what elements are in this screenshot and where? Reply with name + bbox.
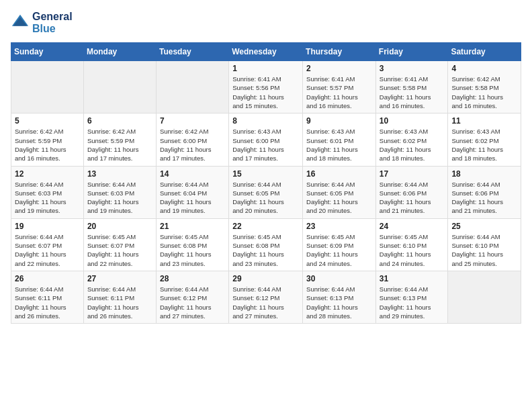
day-number: 27 (87, 274, 152, 283)
day-info: Sunrise: 6:43 AM Sunset: 6:02 PM Dayligh… (380, 127, 445, 163)
day-info: Sunrise: 6:44 AM Sunset: 6:10 PM Dayligh… (451, 232, 517, 268)
calendar-cell: 19Sunrise: 6:44 AM Sunset: 6:07 PM Dayli… (11, 218, 84, 271)
calendar-week-2: 5Sunrise: 6:42 AM Sunset: 5:59 PM Daylig… (11, 113, 521, 166)
day-number: 11 (451, 116, 517, 126)
calendar-cell: 2Sunrise: 6:41 AM Sunset: 5:57 PM Daylig… (303, 61, 376, 113)
day-number: 30 (306, 274, 372, 283)
day-number: 20 (87, 222, 152, 231)
day-info: Sunrise: 6:41 AM Sunset: 5:57 PM Dayligh… (306, 75, 372, 110)
day-info: Sunrise: 6:44 AM Sunset: 6:13 PM Dayligh… (380, 285, 445, 320)
day-info: Sunrise: 6:44 AM Sunset: 6:05 PM Dayligh… (306, 180, 372, 216)
day-number: 14 (160, 169, 225, 179)
day-number: 5 (15, 116, 80, 126)
calendar-cell: 31Sunrise: 6:44 AM Sunset: 6:13 PM Dayli… (375, 271, 448, 323)
day-info: Sunrise: 6:44 AM Sunset: 6:12 PM Dayligh… (232, 285, 299, 320)
calendar-week-3: 12Sunrise: 6:44 AM Sunset: 6:03 PM Dayli… (11, 166, 521, 218)
day-number: 7 (160, 116, 225, 126)
day-info: Sunrise: 6:44 AM Sunset: 6:05 PM Dayligh… (232, 180, 299, 216)
calendar-cell: 12Sunrise: 6:44 AM Sunset: 6:03 PM Dayli… (11, 166, 84, 218)
day-info: Sunrise: 6:45 AM Sunset: 6:10 PM Dayligh… (380, 232, 445, 268)
weekday-header-tuesday: Tuesday (156, 43, 228, 61)
day-info: Sunrise: 6:42 AM Sunset: 5:58 PM Dayligh… (451, 75, 517, 110)
day-number: 25 (451, 222, 517, 231)
calendar-cell: 10Sunrise: 6:43 AM Sunset: 6:02 PM Dayli… (375, 113, 448, 166)
day-number: 28 (160, 274, 225, 283)
calendar-cell: 27Sunrise: 6:44 AM Sunset: 6:11 PM Dayli… (83, 271, 156, 323)
calendar-cell: 17Sunrise: 6:44 AM Sunset: 6:06 PM Dayli… (375, 166, 448, 218)
calendar-cell: 25Sunrise: 6:44 AM Sunset: 6:10 PM Dayli… (448, 218, 521, 271)
calendar-cell (156, 61, 228, 113)
day-number: 4 (451, 64, 517, 73)
weekday-header-sunday: Sunday (11, 43, 84, 61)
logo-text: General Blue (32, 11, 73, 34)
day-number: 17 (380, 169, 445, 179)
day-number: 8 (232, 116, 299, 126)
calendar-cell: 30Sunrise: 6:44 AM Sunset: 6:13 PM Dayli… (303, 271, 376, 323)
calendar-cell: 14Sunrise: 6:44 AM Sunset: 6:04 PM Dayli… (156, 166, 228, 218)
day-number: 12 (15, 169, 80, 179)
day-number: 13 (87, 169, 152, 179)
day-number: 21 (160, 222, 225, 231)
calendar-table: SundayMondayTuesdayWednesdayThursdayFrid… (11, 42, 521, 324)
weekday-header-friday: Friday (375, 43, 448, 61)
day-info: Sunrise: 6:41 AM Sunset: 5:56 PM Dayligh… (232, 75, 299, 110)
calendar-week-4: 19Sunrise: 6:44 AM Sunset: 6:07 PM Dayli… (11, 218, 521, 271)
day-info: Sunrise: 6:45 AM Sunset: 6:08 PM Dayligh… (160, 232, 225, 268)
calendar-cell: 24Sunrise: 6:45 AM Sunset: 6:10 PM Dayli… (375, 218, 448, 271)
calendar-cell: 21Sunrise: 6:45 AM Sunset: 6:08 PM Dayli… (156, 218, 228, 271)
calendar-cell: 8Sunrise: 6:43 AM Sunset: 6:00 PM Daylig… (229, 113, 303, 166)
calendar-cell: 26Sunrise: 6:44 AM Sunset: 6:11 PM Dayli… (11, 271, 84, 323)
day-number: 24 (380, 222, 445, 231)
weekday-header-saturday: Saturday (448, 43, 521, 61)
day-number: 22 (232, 222, 299, 231)
calendar-cell: 15Sunrise: 6:44 AM Sunset: 6:05 PM Dayli… (229, 166, 303, 218)
day-info: Sunrise: 6:44 AM Sunset: 6:03 PM Dayligh… (15, 180, 80, 216)
day-info: Sunrise: 6:45 AM Sunset: 6:09 PM Dayligh… (306, 232, 372, 268)
calendar-cell: 13Sunrise: 6:44 AM Sunset: 6:03 PM Dayli… (83, 166, 156, 218)
day-info: Sunrise: 6:44 AM Sunset: 6:03 PM Dayligh… (87, 180, 152, 216)
weekday-header-monday: Monday (83, 43, 156, 61)
day-info: Sunrise: 6:44 AM Sunset: 6:07 PM Dayligh… (15, 232, 80, 268)
day-number: 10 (380, 116, 445, 126)
calendar-week-1: 1Sunrise: 6:41 AM Sunset: 5:56 PM Daylig… (11, 61, 521, 113)
day-info: Sunrise: 6:44 AM Sunset: 6:11 PM Dayligh… (87, 285, 152, 320)
day-info: Sunrise: 6:45 AM Sunset: 6:07 PM Dayligh… (87, 232, 152, 268)
day-info: Sunrise: 6:43 AM Sunset: 6:02 PM Dayligh… (451, 127, 517, 163)
day-number: 23 (306, 222, 372, 231)
calendar-cell: 11Sunrise: 6:43 AM Sunset: 6:02 PM Dayli… (448, 113, 521, 166)
calendar-cell: 1Sunrise: 6:41 AM Sunset: 5:56 PM Daylig… (229, 61, 303, 113)
calendar-cell: 7Sunrise: 6:42 AM Sunset: 6:00 PM Daylig… (156, 113, 228, 166)
day-info: Sunrise: 6:44 AM Sunset: 6:12 PM Dayligh… (160, 285, 225, 320)
calendar-cell: 4Sunrise: 6:42 AM Sunset: 5:58 PM Daylig… (448, 61, 521, 113)
day-info: Sunrise: 6:43 AM Sunset: 6:00 PM Dayligh… (232, 127, 299, 163)
calendar-cell: 3Sunrise: 6:41 AM Sunset: 5:58 PM Daylig… (375, 61, 448, 113)
day-info: Sunrise: 6:42 AM Sunset: 5:59 PM Dayligh… (87, 127, 152, 163)
day-number: 29 (232, 274, 299, 283)
day-info: Sunrise: 6:44 AM Sunset: 6:06 PM Dayligh… (451, 180, 517, 216)
day-number: 19 (15, 222, 80, 231)
day-info: Sunrise: 6:44 AM Sunset: 6:11 PM Dayligh… (15, 285, 80, 320)
day-number: 3 (380, 64, 445, 73)
calendar-cell: 20Sunrise: 6:45 AM Sunset: 6:07 PM Dayli… (83, 218, 156, 271)
calendar-cell: 5Sunrise: 6:42 AM Sunset: 5:59 PM Daylig… (11, 113, 84, 166)
day-info: Sunrise: 6:44 AM Sunset: 6:13 PM Dayligh… (306, 285, 372, 320)
weekday-header-wednesday: Wednesday (229, 43, 303, 61)
calendar-cell: 29Sunrise: 6:44 AM Sunset: 6:12 PM Dayli… (229, 271, 303, 323)
day-info: Sunrise: 6:41 AM Sunset: 5:58 PM Dayligh… (380, 75, 445, 110)
day-number: 1 (232, 64, 299, 73)
day-info: Sunrise: 6:44 AM Sunset: 6:06 PM Dayligh… (380, 180, 445, 216)
page-header: General Blue (11, 11, 521, 34)
day-info: Sunrise: 6:45 AM Sunset: 6:08 PM Dayligh… (232, 232, 299, 268)
day-number: 16 (306, 169, 372, 179)
day-number: 18 (451, 169, 517, 179)
calendar-cell: 18Sunrise: 6:44 AM Sunset: 6:06 PM Dayli… (448, 166, 521, 218)
calendar-cell (11, 61, 84, 113)
day-info: Sunrise: 6:42 AM Sunset: 6:00 PM Dayligh… (160, 127, 225, 163)
day-number: 6 (87, 116, 152, 126)
day-number: 2 (306, 64, 372, 73)
calendar-cell: 16Sunrise: 6:44 AM Sunset: 6:05 PM Dayli… (303, 166, 376, 218)
calendar-cell: 6Sunrise: 6:42 AM Sunset: 5:59 PM Daylig… (83, 113, 156, 166)
calendar-header-row: SundayMondayTuesdayWednesdayThursdayFrid… (11, 43, 521, 61)
calendar-week-5: 26Sunrise: 6:44 AM Sunset: 6:11 PM Dayli… (11, 271, 521, 323)
day-number: 15 (232, 169, 299, 179)
